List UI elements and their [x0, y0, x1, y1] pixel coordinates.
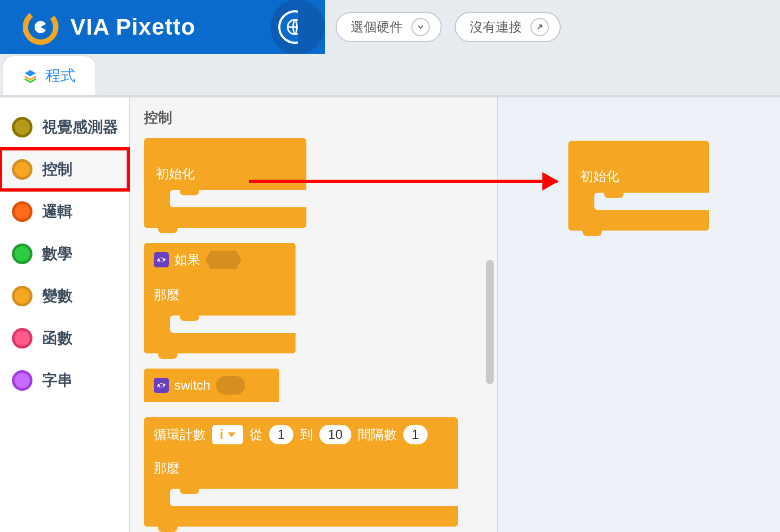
category-swatch-icon: [12, 286, 32, 306]
if-label: 如果: [174, 251, 200, 268]
palette-title: 控制: [144, 108, 497, 127]
value-slot[interactable]: [216, 376, 245, 395]
from-input[interactable]: 1: [269, 425, 293, 444]
category-swatch-icon: [12, 201, 32, 222]
category-variable[interactable]: 變數: [0, 275, 129, 317]
tab-label: 程式: [45, 65, 76, 86]
layers-icon: [23, 68, 38, 83]
then-label: 那麼: [154, 459, 180, 477]
category-logic[interactable]: 邏輯: [0, 191, 129, 233]
from-label: 從: [250, 426, 263, 443]
block-switch[interactable]: switch: [144, 369, 279, 402]
loop-var: i: [220, 427, 224, 442]
category-label: 字串: [42, 370, 73, 391]
category-label: 變數: [42, 286, 73, 306]
tab-code[interactable]: 程式: [3, 56, 95, 95]
connection-button[interactable]: 沒有連接: [455, 12, 561, 42]
block-label: 初始化: [580, 169, 619, 183]
block-for-loop[interactable]: 循環計數 i 從 1 到 10 間隔數 1 那麼: [144, 417, 458, 527]
block-if[interactable]: 如果 那麼: [144, 243, 296, 353]
boolean-slot[interactable]: [206, 251, 241, 269]
category-label: 數學: [42, 244, 73, 264]
step-label: 間隔數: [358, 426, 397, 443]
app-header: VIA Pixetto 選個硬件 沒有連接: [0, 0, 780, 54]
category-label: 邏輯: [42, 201, 73, 222]
category-swatch-icon: [12, 244, 32, 264]
then-label: 那麼: [154, 286, 180, 304]
category-swatch-icon: [12, 117, 32, 137]
gear-icon[interactable]: [154, 378, 169, 393]
gear-icon[interactable]: [154, 252, 169, 267]
loop-label: 循環計數: [154, 426, 206, 443]
expand-icon: [530, 18, 549, 36]
category-math[interactable]: 數學: [0, 233, 129, 275]
category-vision[interactable]: 視覺感測器: [0, 106, 129, 148]
category-swatch-icon: [12, 159, 32, 180]
header-controls: 選個硬件 沒有連接: [325, 0, 780, 54]
canvas-block-initialize[interactable]: 初始化: [568, 141, 709, 231]
drag-arrow-annotation: [249, 180, 558, 183]
category-control[interactable]: 控制: [0, 148, 129, 191]
loop-variable-dropdown[interactable]: i: [212, 425, 243, 444]
category-swatch-icon: [12, 370, 32, 391]
palette-scrollbar[interactable]: [486, 260, 494, 384]
block-initialize[interactable]: 初始化: [144, 138, 306, 228]
category-label: 函數: [42, 328, 73, 349]
brand-name: VIA Pixetto: [70, 14, 195, 40]
tab-bar: 程式: [0, 54, 780, 97]
category-swatch-icon: [12, 328, 32, 349]
hardware-selector[interactable]: 選個硬件: [336, 12, 442, 42]
to-input[interactable]: 10: [319, 425, 351, 444]
category-function[interactable]: 函數: [0, 317, 129, 359]
to-label: 到: [300, 426, 313, 443]
connection-label: 沒有連接: [470, 18, 522, 36]
workspace-canvas[interactable]: 初始化: [498, 97, 780, 532]
block-label: 初始化: [156, 166, 195, 181]
block-palette: 控制 初始化 如果 那麼: [130, 97, 498, 532]
category-label: 視覺感測器: [42, 117, 118, 137]
hardware-label: 選個硬件: [351, 18, 403, 36]
switch-label: switch: [174, 378, 211, 393]
category-string[interactable]: 字串: [0, 359, 129, 402]
step-input[interactable]: 1: [403, 425, 428, 444]
category-sidebar: 視覺感測器控制邏輯數學變數函數字串: [0, 97, 130, 532]
chevron-down-icon: [411, 18, 430, 36]
brand-logo-icon: [22, 8, 60, 46]
main-area: 視覺感測器控制邏輯數學變數函數字串 控制 初始化 如果 那麼: [0, 97, 780, 532]
caret-down-icon: [228, 432, 235, 437]
category-label: 控制: [42, 159, 73, 180]
